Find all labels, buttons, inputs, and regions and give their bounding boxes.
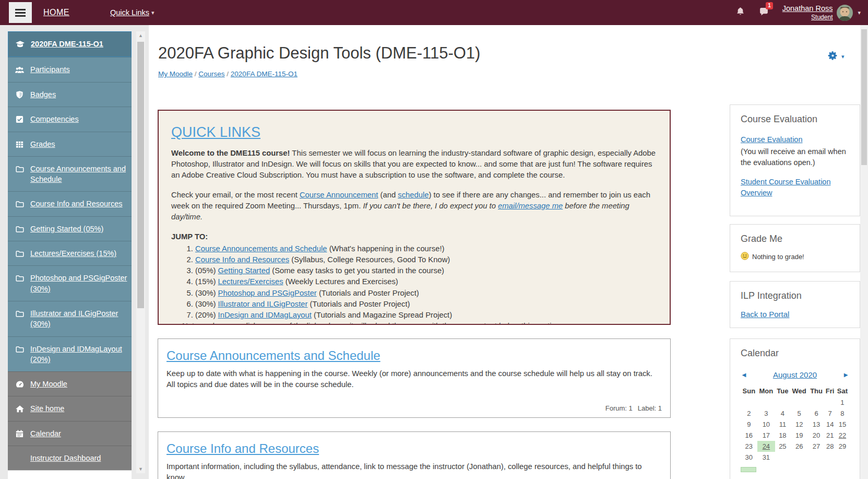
breadcrumb-course[interactable]: 2020FA DME-115-O1 xyxy=(231,70,298,78)
sidebar-item-course-home[interactable]: 2020FA DME-115-O1 xyxy=(8,31,132,57)
folder-icon xyxy=(15,308,25,330)
breadcrumb-my-moodle[interactable]: My Moodle xyxy=(158,70,193,78)
left-sidebar: 2020FA DME-115-O1 Participants Badges Co… xyxy=(0,25,149,479)
jump-link-indesign[interactable]: InDesign and IDMagLayout xyxy=(218,311,312,319)
block-title: Grade Me xyxy=(741,233,849,244)
schedule-link[interactable]: schedule xyxy=(398,191,429,199)
user-role[interactable]: Student xyxy=(811,14,833,21)
sidebar-item-grades[interactable]: Grades xyxy=(8,132,132,156)
folder-icon xyxy=(15,198,25,209)
jump-to-list: Course Announcements and Schedule (What'… xyxy=(195,243,657,321)
breadcrumb-courses[interactable]: Courses xyxy=(198,70,224,78)
sidebar-item-illustrator[interactable]: Illustrator and ILGigPoster (30%) xyxy=(8,301,132,336)
user-menu[interactable]: Jonathan Ross Student ▾ xyxy=(782,4,861,21)
jump-link-illustrator[interactable]: Illustrator and ILGigPoster xyxy=(218,300,308,308)
calendar-day-header: Fri xyxy=(824,385,835,397)
calendar-day: 17 xyxy=(757,430,775,441)
sidebar-item-badges[interactable]: Badges xyxy=(8,82,132,107)
check-email-paragraph: Check your email, or the most recent Cou… xyxy=(171,190,657,223)
sidebar-scrollbar-thumb[interactable] xyxy=(137,42,144,308)
sidebar-item-instructor-dashboard[interactable]: Instructor Dashboard xyxy=(8,446,132,470)
sidebar-item-photoshop[interactable]: Photoshop and PSGigPoster (30%) xyxy=(8,265,132,301)
jump-link-course-info[interactable]: Course Info and Resources xyxy=(195,255,289,264)
ilp-integration-block: ILP Integration Back to Portal xyxy=(730,281,860,328)
calendar-day xyxy=(836,452,849,463)
calendar-day: 2 xyxy=(741,408,757,419)
folder-icon xyxy=(15,273,25,294)
breadcrumb: My MoodleCourses2020FA DME-115-O1 xyxy=(158,70,298,78)
course-settings-menu[interactable]: ▾ xyxy=(827,50,845,63)
section-activity-counts: Forum: 1Label: 1 xyxy=(167,404,662,412)
scroll-up-arrow-icon[interactable]: ▲ xyxy=(136,33,145,38)
calendar-day-header: Thu xyxy=(808,385,825,397)
section-body: Important information, including the syl… xyxy=(167,461,662,479)
sidebar-item-my-courses[interactable]: My courses xyxy=(8,470,132,479)
home-link[interactable]: HOME xyxy=(43,8,69,17)
list-item: Course Info and Resources (Syllabus, Col… xyxy=(195,254,657,265)
calendar-day[interactable]: 22 xyxy=(836,430,849,441)
calendar-month-link[interactable]: August 2020 xyxy=(773,370,817,379)
course-announcement-link[interactable]: Course Announcement xyxy=(300,191,378,199)
section-body: Keep up to date with what is happening i… xyxy=(167,368,662,391)
jump-link-announcements[interactable]: Course Announcements and Schedule xyxy=(195,244,327,253)
list-item: (30%) Photoshop and PSGigPoster (Tutoria… xyxy=(195,288,657,299)
page-scrollbar[interactable] xyxy=(860,25,868,479)
sidebar-item-competencies[interactable]: Competencies xyxy=(8,107,132,131)
sidebar-item-indesign[interactable]: InDesign and IDMagLayout (20%) xyxy=(8,336,132,372)
course-evaluation-link[interactable]: Course Evaluation xyxy=(741,135,803,144)
calendar-day xyxy=(775,452,790,463)
gear-icon[interactable] xyxy=(827,50,838,63)
calendar-day: 5 xyxy=(790,408,808,419)
calendar-day: 1 xyxy=(836,397,849,408)
scroll-down-arrow-icon[interactable]: ▼ xyxy=(136,466,145,472)
user-name[interactable]: Jonathan Ross xyxy=(782,4,833,13)
calendar-day: 27 xyxy=(808,441,825,452)
list-item: (05%) Getting Started (Some easy tasks t… xyxy=(195,265,657,276)
sidebar-item-participants[interactable]: Participants xyxy=(8,57,132,82)
course-evaluation-note: (You will receive an email when the eval… xyxy=(741,146,849,168)
list-item: (15%) Lectures/Exercises (Weekly Lecture… xyxy=(195,276,657,287)
calendar-next-arrow-icon[interactable]: ► xyxy=(842,371,849,379)
calendar-block: Calendar ◄ August 2020 ► Sun Mon Tue Wed… xyxy=(730,338,860,479)
block-title: Course Evaluation xyxy=(741,114,849,125)
graduation-cap-icon xyxy=(15,39,25,50)
calendar-day: 4 xyxy=(775,408,790,419)
sidebar-item-my-moodle[interactable]: My Moodle xyxy=(8,371,132,396)
quick-links-menu[interactable]: Quick Links xyxy=(110,8,149,17)
back-to-portal-link[interactable]: Back to Portal xyxy=(741,310,789,319)
calendar-day xyxy=(808,397,825,408)
section-heading-link[interactable]: Course Announcements and Schedule xyxy=(167,348,381,363)
list-item: (30%) Illustrator and ILGigPoster (Tutor… xyxy=(195,299,657,310)
calendar-day[interactable]: 24 xyxy=(757,441,775,452)
sidebar-item-getting-started[interactable]: Getting Started (05%) xyxy=(8,216,132,241)
hamburger-menu-button[interactable] xyxy=(9,2,32,23)
jump-link-photoshop[interactable]: Photoshop and PSGigPoster xyxy=(218,289,317,297)
email-message-link[interactable]: email/message me xyxy=(498,202,563,210)
avatar[interactable] xyxy=(837,5,853,21)
welcome-paragraph: Welcome to the DME115 course! This semes… xyxy=(171,148,657,181)
calendar-day: 16 xyxy=(741,430,757,441)
sidebar-scrollbar[interactable]: ▲ ▼ xyxy=(136,31,145,473)
sidebar-item-site-home[interactable]: Site home xyxy=(8,396,132,420)
notifications-bell-icon[interactable] xyxy=(735,7,745,19)
folder-icon xyxy=(15,163,25,185)
student-course-evaluation-overview-link[interactable]: Student Course Evaluation Overview xyxy=(741,178,831,197)
sidebar-item-course-info[interactable]: Course Info and Resources xyxy=(8,191,132,216)
calendar-prev-arrow-icon[interactable]: ◄ xyxy=(741,371,747,379)
calendar-day xyxy=(757,397,775,408)
calendar-day: 18 xyxy=(775,430,790,441)
messages-icon[interactable]: 1 xyxy=(759,7,769,19)
sidebar-item-lectures-exercises[interactable]: Lectures/Exercises (15%) xyxy=(8,241,132,265)
section-heading-link[interactable]: Course Info and Resources xyxy=(167,441,319,456)
quick-links-heading-link[interactable]: QUICK LINKS xyxy=(171,124,260,141)
chevron-down-icon: ▾ xyxy=(151,9,154,16)
page-scrollbar-thumb[interactable] xyxy=(861,29,867,165)
block-title: Calendar xyxy=(741,348,849,359)
calendar-day: 14 xyxy=(824,419,835,430)
jump-link-lectures[interactable]: Lectures/Exercises xyxy=(218,277,283,286)
calendar-day-header: Tue xyxy=(775,385,790,397)
jump-link-getting-started[interactable]: Getting Started xyxy=(218,266,270,275)
calendar-day: 3 xyxy=(757,408,775,419)
sidebar-item-course-announcements[interactable]: Course Announcements and Schedule xyxy=(8,156,132,192)
sidebar-item-calendar[interactable]: Calendar xyxy=(8,421,132,446)
